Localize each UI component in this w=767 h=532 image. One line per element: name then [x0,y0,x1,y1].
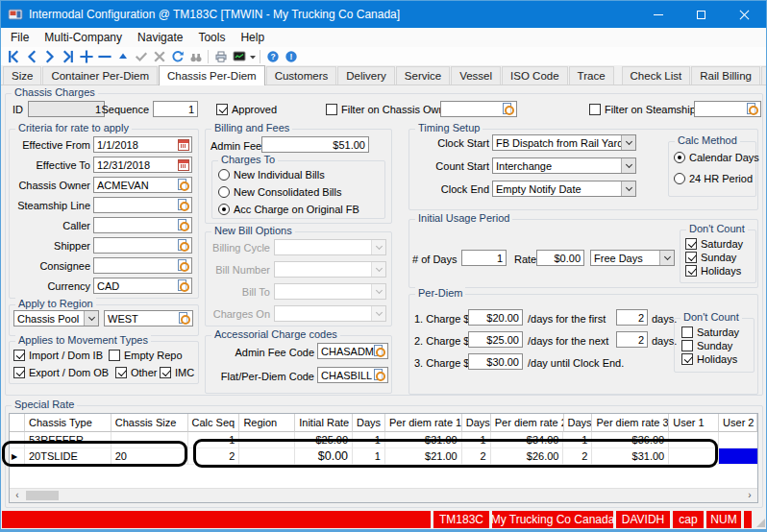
lookup-icon[interactable] [177,279,190,292]
tab-size[interactable]: Size [3,66,41,85]
menu-help[interactable]: Help [233,29,272,46]
caller-field[interactable] [93,217,192,233]
column-header-chassis-type[interactable]: Chassis Type [25,414,111,432]
perdiem-sunday-checkbox[interactable]: Sunday [681,339,732,352]
remote-session-button[interactable] [230,48,248,64]
remote-session-dropdown[interactable] [248,48,257,64]
effective-from-field[interactable]: 1/1/2018 [93,136,192,153]
approved-checkbox[interactable]: Approved [216,103,277,116]
close-button[interactable] [723,1,766,28]
chevron-down-icon[interactable] [621,181,635,196]
clock-start-combobox[interactable]: FB Dispatch from Rail Yard [492,134,636,151]
chassis-owner-field[interactable]: ACMEVAN [93,177,192,193]
lookup-icon[interactable] [373,345,386,357]
new-consolidated-bills-radio[interactable]: New Consolidated Bills [218,185,342,199]
charge1-amount-field[interactable]: $20.00 [468,309,523,326]
region-code-field[interactable]: WEST [104,310,193,326]
export-dom-ob-checkbox[interactable]: Export / Dom OB [13,366,109,379]
tab-trace[interactable]: Trace [569,66,614,85]
charge1-days-field[interactable]: 2 [616,309,648,326]
currency-field[interactable]: CAD [93,278,192,294]
lookup-icon[interactable] [373,369,386,381]
cancel-edit-button[interactable] [150,48,168,64]
column-header-calc-seq[interactable]: Calc Seq [188,414,240,432]
tab-vessel[interactable]: Vessel [451,66,501,85]
filter-chassis-owner-field[interactable] [440,101,517,117]
calendar-days-radio[interactable]: Calendar Days [674,151,759,164]
initial-sunday-checkbox[interactable]: Sunday [685,251,736,264]
prior-record-button[interactable] [22,48,40,64]
initial-saturday-checkbox[interactable]: Saturday [685,237,743,251]
sequence-field[interactable]: 1 [153,101,198,117]
other-checkbox[interactable]: Other [115,366,158,379]
tab-container-per-diem[interactable]: Container Per-Diem [42,66,158,85]
tab-chassis-per-diem[interactable]: Chassis Per-Diem [159,65,265,85]
about-button[interactable]: ! [282,48,300,64]
num-days-field[interactable]: 1 [461,250,507,266]
lookup-icon[interactable] [177,259,190,272]
insert-record-button[interactable] [77,48,95,64]
column-header-per-diem-rate-1[interactable]: Per diem rate 1 [385,414,462,432]
first-record-button[interactable] [4,48,22,64]
column-header-days-2[interactable]: Days [462,414,491,432]
scrollbar-thumb[interactable] [26,491,59,500]
user-2-cell-selected[interactable] [719,448,757,465]
maximize-button[interactable] [680,1,723,28]
flat-per-diem-code-field[interactable]: CHASBILL [317,367,388,383]
lookup-icon[interactable] [177,239,190,252]
menu-file[interactable]: File [3,29,37,46]
count-start-combobox[interactable]: Interchange [492,157,636,174]
column-header-user-2[interactable]: User 2 [719,414,757,432]
consignee-field[interactable] [93,257,192,274]
admin-fee-code-field[interactable]: CHASADM [317,343,388,359]
lookup-icon[interactable] [177,199,190,211]
effective-to-field[interactable]: 12/31/2018 [93,157,192,173]
acc-charge-original-fb-radio[interactable]: Acc Charge on Original FB [218,203,359,216]
filter-chassis-owner-checkbox[interactable]: Filter on Chassis Owner [326,103,454,116]
column-header-region[interactable]: Region [239,414,295,432]
shipper-field[interactable] [93,237,192,254]
lookup-icon[interactable] [746,103,759,115]
column-header-days-3[interactable]: Days [564,414,593,432]
charge3-amount-field[interactable]: $30.00 [468,353,523,370]
filter-steamship-checkbox[interactable]: Filter on Steamship [589,103,696,116]
chevron-down-icon[interactable] [621,135,635,150]
column-header-marker[interactable] [10,414,25,432]
tab-region[interactable]: Region [761,66,767,85]
calendar-icon[interactable] [178,139,189,151]
menu-multi-company[interactable]: Multi-Company [37,29,130,46]
new-individual-bills-radio[interactable]: New Individual Bills [218,168,325,181]
calendar-icon[interactable] [178,159,189,171]
help-button[interactable]: ? [263,48,282,64]
import-dom-ib-checkbox[interactable]: Import / Dom IB [13,349,103,362]
scroll-left-icon[interactable]: ‹ [10,489,25,502]
column-header-per-diem-rate-2[interactable]: Per diem rate 2 [491,414,564,432]
rate-field[interactable]: $0.00 [536,250,584,266]
charge2-amount-field[interactable]: $25.00 [468,331,523,348]
post-edit-button[interactable] [132,48,150,64]
tab-check-list[interactable]: Check List [622,66,691,85]
last-record-button[interactable] [59,48,77,64]
perdiem-saturday-checkbox[interactable]: Saturday [681,326,739,339]
empty-repo-checkbox[interactable]: Empty Repo [109,349,183,362]
minimize-button[interactable] [636,1,680,28]
scroll-right-icon[interactable]: › [742,489,757,502]
column-header-chassis-size[interactable]: Chassis Size [111,414,188,432]
column-header-per-diem-rate-3[interactable]: Per diem rate 3 [592,414,669,432]
edit-record-button[interactable] [113,48,132,64]
chevron-down-icon[interactable] [84,311,98,326]
column-header-initial-rate[interactable]: Initial Rate [295,414,353,432]
resize-grip[interactable] [755,511,766,528]
tab-rail-billing[interactable]: Rail Billing [691,66,760,85]
chevron-down-icon[interactable] [659,251,674,265]
charge2-days-field[interactable]: 2 [616,331,648,348]
imc-checkbox[interactable]: IMC [160,366,194,379]
menu-tools[interactable]: Tools [190,29,233,46]
admin-fee-field[interactable]: $51.00 [261,136,369,153]
tab-delivery[interactable]: Delivery [337,66,395,85]
filter-steamship-field[interactable] [694,101,761,117]
steamship-line-field[interactable] [93,197,192,213]
tab-iso-code[interactable]: ISO Code [502,66,568,85]
perdiem-holidays-checkbox[interactable]: Holidays [681,352,737,366]
print-button[interactable] [211,48,230,64]
